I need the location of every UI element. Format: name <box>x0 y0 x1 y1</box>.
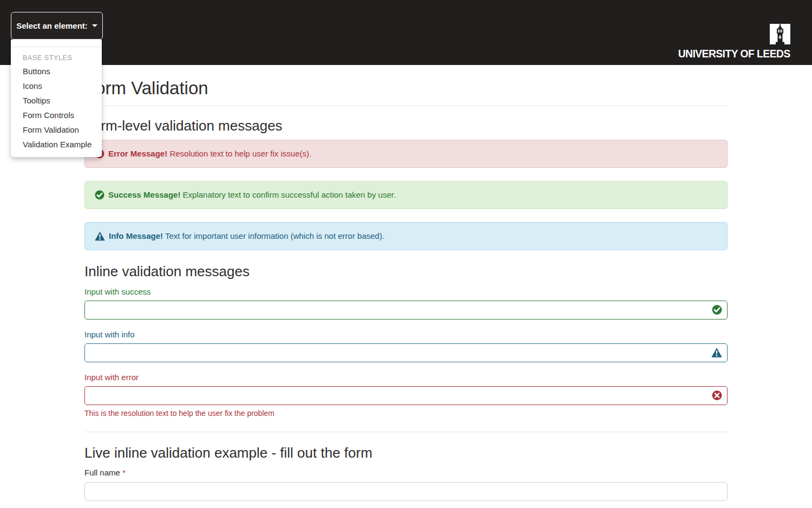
check-circle-icon <box>712 305 722 315</box>
input-with-success[interactable] <box>84 301 728 320</box>
error-resolution-text: This is the resolution text to help the … <box>84 409 728 418</box>
select-element-label: Select an element: <box>16 21 88 30</box>
full-name-label: Full name * <box>84 468 728 477</box>
warning-triangle-icon <box>95 231 105 241</box>
full-name-input[interactable] <box>84 482 728 501</box>
page-title: Form Validation <box>84 79 728 98</box>
dropdown-section-header: BASE STYLES <box>11 51 102 64</box>
element-dropdown-menu: BASE STYLES Buttons Icons Tooltips Form … <box>11 40 102 157</box>
section-title-live: Live inline validation example - fill ou… <box>84 445 728 461</box>
form-group-info: Input with info <box>84 330 728 362</box>
form-group-error: Input with error This is the resolution … <box>84 373 728 418</box>
menu-item-form-validation[interactable]: Form Validation <box>11 122 102 137</box>
check-circle-icon <box>95 190 104 200</box>
input-success-label: Input with success <box>84 287 728 296</box>
warning-triangle-icon <box>711 348 722 358</box>
section-title-form-level: Form-level validation messages <box>84 118 728 134</box>
input-with-error[interactable] <box>84 386 728 405</box>
menu-item-icons[interactable]: Icons <box>11 79 102 93</box>
caret-down-icon <box>92 24 97 27</box>
dropdown-divider <box>11 47 102 47</box>
university-of-leeds-logo: UNIVERSITY OF LEEDS <box>673 24 790 60</box>
menu-item-buttons[interactable]: Buttons <box>11 64 102 79</box>
alert-error-text: Error Message! Resolution text to help u… <box>108 148 311 159</box>
menu-item-form-controls[interactable]: Form Controls <box>11 108 102 122</box>
alert-success-text: Success Message! Explanatory text to con… <box>108 190 396 200</box>
main-content: Form Validation Form-level validation me… <box>84 79 728 508</box>
input-error-label: Input with error <box>84 373 728 382</box>
form-group-full-name: Full name * <box>84 468 728 501</box>
input-with-info[interactable] <box>84 343 728 362</box>
alert-info: Info Message! Text for important user in… <box>84 222 728 250</box>
required-asterisk: * <box>122 468 126 477</box>
alert-success: Success Message! Explanatory text to con… <box>84 181 728 209</box>
leeds-tower-icon <box>770 24 790 44</box>
header-bar: Select an element: UNIV <box>0 0 812 65</box>
alert-error: Error Message! Resolution text to help u… <box>84 140 728 168</box>
input-info-label: Input with info <box>84 330 728 339</box>
page: Select an element: UNIV <box>0 0 812 508</box>
x-circle-icon <box>712 390 722 401</box>
section-divider <box>84 432 728 432</box>
menu-item-tooltips[interactable]: Tooltips <box>11 93 102 108</box>
alert-info-text: Info Message! Text for important user in… <box>109 231 384 242</box>
section-title-inline: Inline validation messages <box>84 264 728 279</box>
menu-item-validation-example[interactable]: Validation Example <box>11 137 102 152</box>
select-element-dropdown-button[interactable]: Select an element: <box>11 12 103 40</box>
form-group-success: Input with success <box>84 287 728 320</box>
university-of-leeds-wordmark: UNIVERSITY OF LEEDS <box>678 48 790 60</box>
title-divider <box>84 106 728 106</box>
